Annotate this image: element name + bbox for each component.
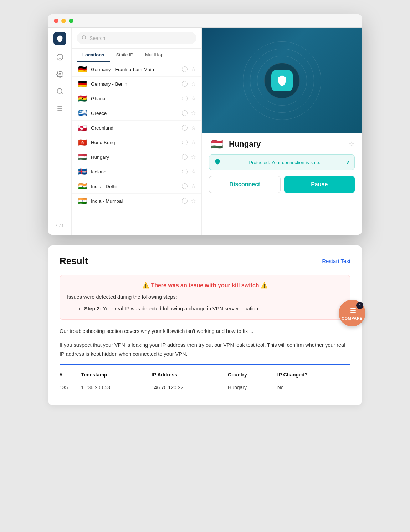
- radio-de-frankfurt[interactable]: [182, 66, 188, 72]
- warning-step-2: Step 2: Your real IP was detected follow…: [84, 305, 343, 313]
- flag-gh: 🇬🇭: [77, 95, 87, 102]
- star-is[interactable]: ☆: [191, 168, 196, 175]
- compare-badge: 4: [356, 302, 363, 309]
- flag-gl: 🇬🇱: [77, 124, 87, 131]
- maximize-button[interactable]: [69, 19, 73, 23]
- cell-num: 135: [60, 380, 81, 395]
- tab-static-ip[interactable]: Static IP: [110, 49, 139, 62]
- action-buttons: Disconnect Pause: [209, 176, 355, 193]
- col-header-timestamp: Timestamp: [81, 369, 152, 380]
- warning-box: ⚠️ There was an issue with your kill swi…: [60, 275, 350, 320]
- flag-in-delhi: 🇮🇳: [77, 183, 87, 190]
- star-in-mumbai[interactable]: ☆: [191, 198, 196, 204]
- table-row: 135 15:36:20.653 146.70.120.22 Hungary N…: [60, 380, 350, 395]
- connected-star[interactable]: ☆: [348, 140, 355, 148]
- warning-title: ⚠️ There was an issue with your kill swi…: [67, 282, 343, 289]
- result-title: Result: [60, 255, 88, 267]
- warning-intro: Issues were detected during the followin…: [67, 293, 343, 301]
- search-bar: [72, 28, 201, 49]
- server-list: 🇩🇪 Germany - Frankfurt am Main ☆ 🇩🇪 Germ…: [72, 62, 201, 235]
- flag-in-mumbai: 🇮🇳: [77, 197, 87, 204]
- star-de-berlin[interactable]: ☆: [191, 81, 196, 87]
- cell-timestamp: 15:36:20.653: [81, 380, 152, 395]
- server-name-de-berlin: Germany - Berlin: [91, 81, 178, 87]
- server-name-in-delhi: India - Delhi: [91, 184, 178, 189]
- search-icon: [82, 35, 87, 41]
- star-de-frankfurt[interactable]: ☆: [191, 66, 196, 72]
- server-name-hk: Hong Kong: [91, 140, 178, 145]
- title-bar: [48, 14, 362, 28]
- chevron-down-icon: ∨: [346, 159, 349, 165]
- list-item[interactable]: 🇩🇪 Germany - Berlin ☆: [72, 77, 201, 91]
- list-item[interactable]: 🇬🇱 Greenland ☆: [72, 121, 201, 135]
- flag-hk: 🇭🇰: [77, 139, 87, 146]
- vpn-logo-center: [271, 70, 293, 91]
- radio-in-delhi[interactable]: [182, 183, 188, 189]
- svg-point-2: [59, 74, 61, 75]
- server-name-is: Iceland: [91, 169, 178, 174]
- list-item[interactable]: 🇭🇺 Hungary ☆: [72, 150, 201, 164]
- svg-point-4: [82, 36, 86, 39]
- close-button[interactable]: [54, 19, 58, 23]
- pause-button[interactable]: Pause: [284, 176, 355, 193]
- star-gh[interactable]: ☆: [191, 95, 196, 102]
- radio-hk[interactable]: [182, 140, 188, 145]
- radio-de-berlin[interactable]: [182, 81, 188, 87]
- flag-gr: 🇬🇷: [77, 110, 87, 117]
- server-name-in-mumbai: India - Mumbai: [91, 198, 178, 204]
- ripple-animation: [243, 41, 321, 120]
- sidebar-icon-settings[interactable]: [55, 69, 65, 79]
- cell-ip: 146.70.120.22: [152, 380, 228, 395]
- sidebar: 4.7.1: [48, 28, 72, 235]
- version-label: 4.7.1: [56, 224, 63, 230]
- radio-hu[interactable]: [182, 154, 188, 160]
- star-in-delhi[interactable]: ☆: [191, 183, 196, 189]
- list-item[interactable]: 🇬🇭 Ghana ☆: [72, 91, 201, 106]
- minimize-button[interactable]: [61, 19, 66, 23]
- vpn-visual: [202, 28, 362, 133]
- server-panel: Locations Static IP MultiHop 🇩🇪 Germany …: [72, 28, 202, 235]
- location-row: 🇭🇺 Hungary ☆: [209, 139, 355, 150]
- sidebar-icon-alert[interactable]: [55, 52, 65, 62]
- col-header-country: Country: [228, 369, 277, 380]
- star-gl[interactable]: ☆: [191, 125, 196, 131]
- star-gr[interactable]: ☆: [191, 110, 196, 116]
- star-hk[interactable]: ☆: [191, 139, 196, 146]
- list-item[interactable]: 🇭🇰 Hong Kong ☆: [72, 135, 201, 150]
- list-item[interactable]: 🇬🇷 Greece ☆: [72, 106, 201, 121]
- tab-multihop[interactable]: MultiHop: [139, 49, 169, 62]
- status-bar[interactable]: Protected. Your connection is safe. ∨: [209, 154, 355, 170]
- radio-is[interactable]: [182, 169, 188, 174]
- server-name-gh: Ghana: [91, 96, 178, 101]
- radio-gr[interactable]: [182, 110, 188, 116]
- connected-country: Hungary: [229, 140, 348, 149]
- tab-locations[interactable]: Locations: [77, 49, 110, 62]
- search-input[interactable]: [89, 35, 191, 41]
- compare-icon: [348, 306, 357, 315]
- sidebar-icon-search[interactable]: [55, 86, 65, 96]
- svg-point-1: [60, 58, 60, 59]
- app-logo[interactable]: [53, 32, 66, 45]
- list-item[interactable]: 🇮🇳 India - Mumbai ☆: [72, 194, 201, 208]
- compare-button[interactable]: 4 COMPARE: [339, 300, 365, 326]
- list-item[interactable]: 🇮🇸 Iceland ☆: [72, 164, 201, 179]
- step-text: Your real IP was detected following a ch…: [103, 306, 260, 311]
- radio-gh[interactable]: [182, 96, 188, 101]
- server-name-gl: Greenland: [91, 125, 178, 131]
- radio-gl[interactable]: [182, 125, 188, 131]
- list-item[interactable]: 🇩🇪 Germany - Frankfurt am Main ☆: [72, 62, 201, 77]
- flag-is: 🇮🇸: [77, 168, 87, 175]
- col-header-num: #: [60, 369, 81, 380]
- connected-info: 🇭🇺 Hungary ☆ Protected. Your connection …: [202, 133, 362, 199]
- result-section: Result Restart Test ⚠️ There was an issu…: [48, 245, 362, 405]
- radio-in-mumbai[interactable]: [182, 198, 188, 204]
- status-text: Protected. Your connection is safe.: [249, 160, 320, 165]
- tabs-bar: Locations Static IP MultiHop: [72, 49, 201, 62]
- restart-test-link[interactable]: Restart Test: [322, 258, 350, 264]
- disconnect-button[interactable]: Disconnect: [209, 176, 281, 193]
- sidebar-icon-preferences[interactable]: [55, 103, 65, 113]
- shield-icon: [214, 158, 221, 166]
- list-item[interactable]: 🇮🇳 India - Delhi ☆: [72, 179, 201, 194]
- star-hu[interactable]: ☆: [191, 154, 196, 160]
- flag-hu: 🇭🇺: [77, 153, 87, 161]
